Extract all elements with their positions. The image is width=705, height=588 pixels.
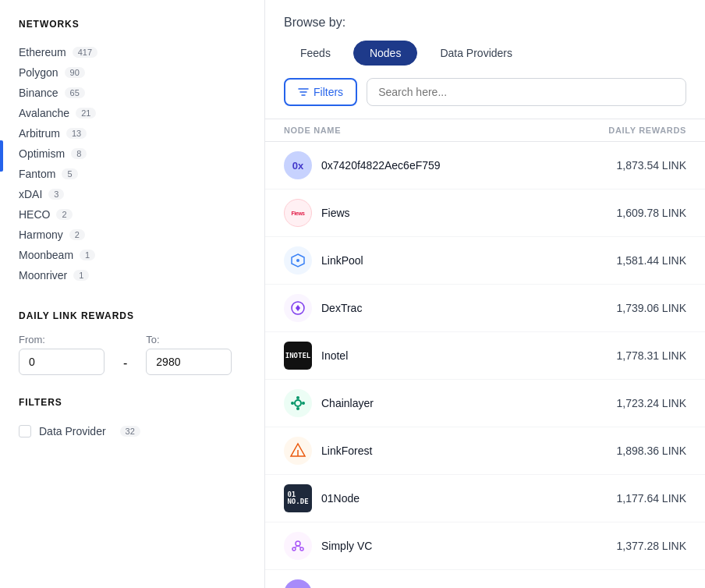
node-left: LinkForest xyxy=(284,437,372,465)
network-list: Ethereum417Polygon90Binance65Avalanche21… xyxy=(19,42,246,285)
node-rewards: 1,581.44 LINK xyxy=(616,254,686,267)
filter-icon xyxy=(298,87,309,97)
table-row[interactable]: DexTrac1,739.06 LINK xyxy=(265,285,705,332)
node-avatar xyxy=(284,389,312,417)
to-input[interactable] xyxy=(146,349,232,375)
node-rewards: 1,873.54 LINK xyxy=(616,159,686,172)
col-node-name: NODE NAME xyxy=(284,126,341,135)
network-item-arbitrum[interactable]: Arbitrum13 xyxy=(19,123,246,143)
svg-point-14 xyxy=(292,547,296,551)
node-name: Inotel xyxy=(321,349,348,362)
svg-point-9 xyxy=(291,402,294,405)
table-row[interactable]: Simply VC1,377.28 LINK xyxy=(265,522,705,570)
network-badge: 2 xyxy=(56,209,72,220)
network-name: Avalanche xyxy=(19,107,69,119)
table-row[interactable]: 0x0x7420f4822Aec6eF7591,873.54 LINK xyxy=(265,142,705,190)
node-left: 0x0x7420f4822Aec6eF759 xyxy=(284,151,441,179)
node-left: Chainlayer xyxy=(284,389,374,417)
filter-data-provider[interactable]: Data Provider 32 xyxy=(19,420,246,442)
tab-data-providers[interactable]: Data Providers xyxy=(423,41,529,66)
node-name: LinkPool xyxy=(321,254,363,267)
table-row[interactable]: LinkPool1,581.44 LINK xyxy=(265,237,705,285)
nodes-list: 0x0x7420f4822Aec6eF7591,873.54 LINKFiews… xyxy=(265,142,705,588)
network-item-avalanche[interactable]: Avalanche21 xyxy=(19,103,246,123)
rewards-section: DAILY LINK REWARDS From: - To: xyxy=(19,310,246,375)
network-item-xdai[interactable]: xDAI3 xyxy=(19,184,246,204)
network-badge: 417 xyxy=(73,47,97,58)
svg-point-13 xyxy=(296,541,300,546)
node-name: 01Node xyxy=(321,492,360,505)
node-left: Simply VC xyxy=(284,532,372,560)
node-avatar xyxy=(284,246,312,275)
node-left: MMycelium xyxy=(284,579,367,588)
network-item-moonbeam[interactable]: Moonbeam1 xyxy=(19,245,246,265)
network-name: Ethereum xyxy=(19,46,66,58)
network-name: Moonriver xyxy=(19,269,67,282)
network-item-fantom[interactable]: Fantom5 xyxy=(19,164,246,184)
to-label: To: xyxy=(146,334,232,345)
svg-line-17 xyxy=(298,546,301,547)
node-avatar: 0x xyxy=(284,151,312,179)
networks-section-title: NETWORKS xyxy=(19,19,246,30)
browse-label: Browse by: xyxy=(284,16,686,30)
network-badge: 65 xyxy=(65,87,85,98)
node-rewards: 1,778.31 LINK xyxy=(616,349,686,362)
network-name: Harmony xyxy=(19,228,63,241)
table-row[interactable]: Chainlayer1,723.24 LINK xyxy=(265,380,705,427)
network-item-heco[interactable]: HECO2 xyxy=(19,204,246,225)
filters-button[interactable]: Filters xyxy=(284,78,357,106)
table-row[interactable]: 01NO.DE01Node1,177.64 LINK xyxy=(265,475,705,522)
data-provider-checkbox[interactable] xyxy=(19,425,31,437)
network-name: Fantom xyxy=(19,168,55,180)
tab-feeds[interactable]: Feeds xyxy=(284,41,347,66)
from-input[interactable] xyxy=(19,349,105,375)
filters-title: FILTERS xyxy=(19,397,246,408)
network-badge: 13 xyxy=(66,128,87,139)
filter-label: Data Provider xyxy=(39,425,106,437)
table-row[interactable]: MMycelium1,267.07 LINK xyxy=(265,570,705,588)
tab-row: FeedsNodesData Providers xyxy=(284,41,686,66)
network-name: Optimism xyxy=(19,147,65,160)
node-name: 0x7420f4822Aec6eF759 xyxy=(321,159,441,172)
node-avatar: INOTEL xyxy=(284,342,312,370)
node-rewards: 1,609.78 LINK xyxy=(616,207,686,219)
from-label: From: xyxy=(19,334,105,345)
network-name: xDAI xyxy=(19,188,42,200)
svg-point-10 xyxy=(302,402,305,405)
network-item-polygon[interactable]: Polygon90 xyxy=(19,62,246,83)
svg-line-16 xyxy=(295,546,298,547)
table-row[interactable]: LinkForest1,898.36 LINK xyxy=(265,427,705,475)
network-item-harmony[interactable]: Harmony2 xyxy=(19,225,246,245)
tab-nodes[interactable]: Nodes xyxy=(353,41,417,66)
table-header: NODE NAME DAILY REWARDS xyxy=(265,119,705,142)
network-item-binance[interactable]: Binance65 xyxy=(19,83,246,103)
network-item-ethereum[interactable]: Ethereum417 xyxy=(19,42,246,62)
table-row[interactable]: INOTELInotel1,778.31 LINK xyxy=(265,332,705,380)
network-badge: 2 xyxy=(69,229,85,240)
network-item-moonriver[interactable]: Moonriver1 xyxy=(19,265,246,285)
network-name: HECO xyxy=(19,208,50,221)
network-badge: 5 xyxy=(62,168,77,179)
browse-header: Browse by: FeedsNodesData Providers xyxy=(265,0,705,78)
node-rewards: 1,739.06 LINK xyxy=(616,302,686,314)
range-dash: - xyxy=(123,334,127,375)
network-name: Moonbeam xyxy=(19,249,73,261)
node-left: DexTrac xyxy=(284,294,362,322)
node-avatar: M xyxy=(284,579,312,588)
network-badge: 21 xyxy=(76,108,96,119)
rewards-title: DAILY LINK REWARDS xyxy=(19,310,246,321)
node-rewards: 1,177.64 LINK xyxy=(616,492,686,505)
svg-point-15 xyxy=(300,547,303,551)
node-name: Simply VC xyxy=(321,540,372,552)
network-badge: 8 xyxy=(71,148,87,159)
network-badge: 3 xyxy=(48,189,64,200)
svg-point-4 xyxy=(296,259,299,262)
search-input[interactable] xyxy=(367,78,686,106)
table-row[interactable]: FiewsFiews1,609.78 LINK xyxy=(265,190,705,237)
toolbar-row: Filters xyxy=(265,78,705,119)
node-rewards: 1,377.28 LINK xyxy=(616,540,686,552)
node-avatar xyxy=(284,532,312,560)
network-badge: 1 xyxy=(80,250,95,260)
col-daily-rewards: DAILY REWARDS xyxy=(608,126,686,135)
network-item-optimism[interactable]: Optimism8 xyxy=(19,143,246,164)
